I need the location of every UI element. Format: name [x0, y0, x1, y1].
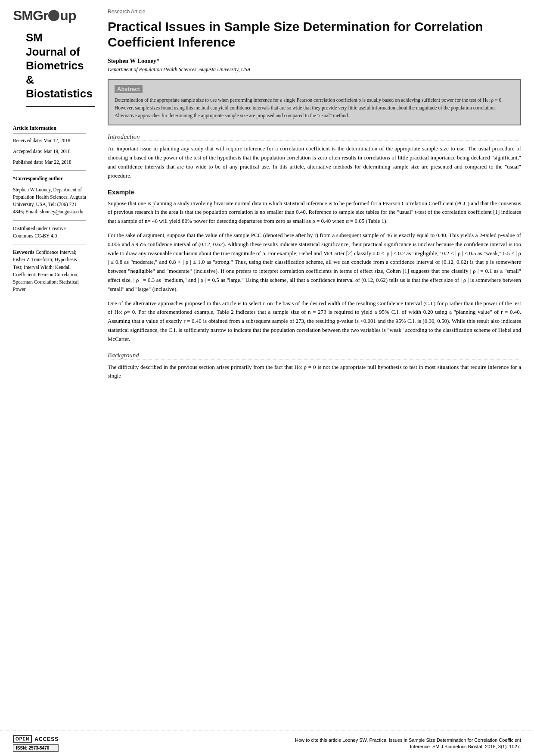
accepted-date: Accepted date: Mar 19, 2018 — [13, 148, 86, 155]
issn-badge: ISSN: 2573-5470 — [13, 744, 59, 752]
logo-icon — [48, 10, 59, 21]
example-para3: One of the alternative approaches propos… — [108, 299, 521, 344]
page: SMGrup SM Journal of Biometrics & Biosta… — [0, 0, 534, 756]
example-para1: Suppose that one is planning a study inv… — [108, 199, 521, 226]
journal-title-line1: SM Journal of — [26, 31, 86, 59]
footer-bar: OPEN ACCESS ISSN: 2573-5470 How to cite … — [0, 731, 534, 756]
journal-title: SM Journal of Biometrics & Biostatistics — [13, 31, 86, 101]
logo-text-after: up — [60, 8, 76, 23]
published-date: Published date: Mar 22, 2018 — [13, 159, 86, 166]
corresponding-label: *Corresponding author — [13, 176, 63, 181]
access-text: ACCESS — [34, 736, 59, 742]
example-para2: For the sake of argument, suppose that t… — [108, 231, 521, 294]
article-title: Practical Issues in Sample Size Determin… — [108, 19, 521, 50]
keywords-label: Keywords — [13, 250, 34, 255]
article-info: Article Information Received date: Mar 1… — [0, 125, 86, 294]
main-column: Research Article Practical Issues in Sam… — [95, 0, 534, 386]
sidebar-rule-3 — [13, 244, 86, 244]
left-column: SMGrup SM Journal of Biometrics & Biosta… — [0, 0, 95, 386]
article-type-label: Research Article — [108, 9, 521, 15]
introduction-para1: An important issue in planning any study… — [108, 144, 521, 180]
open-icon: OPEN — [13, 735, 32, 743]
title-divider — [26, 106, 95, 107]
main-top-padding: Research Article Practical Issues in Sam… — [108, 0, 521, 381]
logo: SMGrup — [13, 8, 86, 24]
journal-title-line3: Biostatistics — [26, 87, 86, 101]
article-info-title: Article Information — [13, 125, 86, 134]
background-heading: Background — [108, 352, 521, 359]
example-heading: Example — [108, 188, 521, 196]
distributed-text: Distributed under Creative Commons CC-BY… — [13, 225, 86, 240]
author-name: Stephen W Looney* — [108, 58, 521, 65]
received-date: Received date: Mar 12, 2018 — [13, 137, 86, 144]
abstract-box: Abstract Determination of the appropriat… — [108, 79, 521, 125]
logo-text-before: SMGr — [13, 8, 48, 23]
introduction-heading: Introduction — [108, 133, 521, 141]
sidebar-rule-1 — [13, 170, 86, 171]
footer-cite: How to cite this article Looney SW. Prac… — [280, 737, 521, 750]
author-affiliation: Department of Population Health Sciences… — [108, 66, 521, 73]
keywords-text: Confidence Interval; Fisher Z-Transform;… — [13, 250, 79, 292]
background-para1: The difficulty described in the previous… — [108, 363, 521, 381]
abstract-title: Abstract — [115, 85, 143, 93]
footer-left: OPEN ACCESS ISSN: 2573-5470 — [13, 735, 59, 752]
journal-title-line2: Biometrics & — [26, 59, 86, 87]
abstract-text: Determination of the appropriate sample … — [115, 97, 514, 119]
logo-area: SMGrup SM Journal of Biometrics & Biosta… — [0, 0, 86, 116]
corresponding-text: Stephen W Looney, Department of Populati… — [13, 186, 86, 216]
sidebar-rule-2 — [13, 220, 86, 221]
open-access-badge: OPEN ACCESS — [13, 735, 59, 743]
content-area: SMGrup SM Journal of Biometrics & Biosta… — [0, 0, 534, 394]
